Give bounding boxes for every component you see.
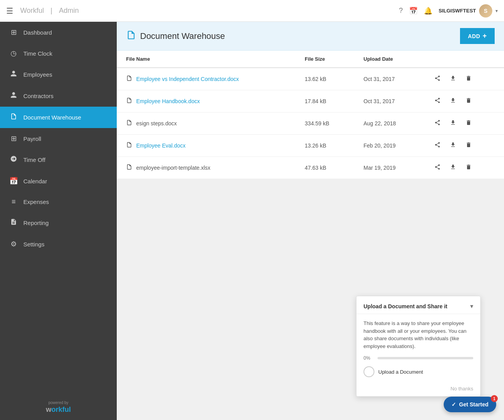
download-button[interactable]	[448, 96, 458, 107]
sidebar-item-document-warehouse[interactable]: Document Warehouse	[0, 107, 117, 128]
table-row: Employee Handbook.docx 17.84 kBOct 31, 2…	[117, 90, 504, 112]
file-size: 17.84 kB	[295, 90, 354, 112]
document-warehouse-icon	[9, 113, 18, 122]
share-button[interactable]	[433, 96, 442, 107]
tooltip-title: Upload a Document and Share it	[364, 303, 447, 309]
file-name-cell: esign steps.docx	[126, 119, 286, 127]
employees-icon	[9, 70, 18, 79]
delete-button[interactable]	[464, 118, 473, 129]
file-doc-icon	[126, 119, 132, 127]
tooltip-collapse-icon[interactable]: ▾	[470, 302, 473, 310]
delete-button[interactable]	[464, 74, 473, 84]
expenses-icon: ≡	[9, 198, 18, 206]
progress-row: 0%	[364, 355, 473, 361]
table-header-row: File Name File Size Upload Date	[117, 51, 504, 68]
help-icon[interactable]: ?	[399, 7, 403, 15]
notification-icon[interactable]: 🔔	[424, 7, 432, 15]
download-button[interactable]	[448, 118, 458, 129]
file-doc-icon	[126, 97, 132, 105]
file-name-cell: employee-import-template.xlsx	[126, 164, 286, 172]
download-button[interactable]	[448, 162, 458, 173]
clock-icon: ◷	[9, 49, 18, 58]
delete-button[interactable]	[464, 140, 473, 151]
upload-circle-icon	[364, 366, 374, 377]
file-doc-icon	[126, 75, 132, 83]
file-name-cell: Employee Eval.docx	[126, 142, 286, 149]
file-doc-icon	[126, 142, 132, 149]
progress-bar-track	[378, 357, 473, 359]
sidebar-item-label: Reporting	[23, 220, 49, 226]
sidebar-item-dashboard[interactable]: ⊞ Dashboard	[0, 22, 117, 43]
share-button[interactable]	[433, 118, 442, 129]
reporting-icon	[9, 218, 18, 227]
no-thanks-button[interactable]: No thanks	[356, 383, 480, 396]
get-started-button[interactable]: ✓ Get Started 1	[444, 397, 496, 412]
sidebar-item-calendar[interactable]: 📅 Calendar	[0, 170, 117, 192]
sidebar-item-payroll[interactable]: ⊞ Payroll	[0, 128, 117, 149]
file-name-text: employee-import-template.xlsx	[136, 165, 211, 171]
upload-tooltip-card: Upload a Document and Share it ▾ This fe…	[356, 296, 481, 397]
upload-date: Oct 31, 2017	[354, 68, 423, 90]
sidebar-item-time-clock[interactable]: ◷ Time Clock	[0, 43, 117, 64]
download-button[interactable]	[448, 140, 458, 151]
upload-date: Oct 31, 2017	[354, 90, 423, 112]
brand-name: Workful	[20, 7, 44, 14]
calendar-nav-icon: 📅	[9, 177, 18, 185]
row-actions	[433, 118, 495, 129]
plus-icon: +	[483, 32, 487, 40]
table-row: employee-import-template.xlsx 47.63 kBMa…	[117, 157, 504, 179]
file-size: 334.59 kB	[295, 112, 354, 135]
page-title: Document Warehouse	[140, 31, 225, 41]
dashboard-icon: ⊞	[9, 28, 18, 37]
sidebar-item-settings[interactable]: ⚙ Settings	[0, 234, 117, 255]
progress-label: 0%	[364, 355, 374, 361]
download-button[interactable]	[448, 74, 458, 84]
payroll-icon: ⊞	[9, 134, 18, 143]
sidebar-item-label: Contractors	[23, 93, 54, 99]
row-actions	[433, 162, 495, 173]
add-button[interactable]: ADD +	[460, 28, 495, 44]
sidebar-item-label: Employees	[23, 71, 52, 78]
notification-badge: 1	[491, 395, 498, 402]
calendar-icon[interactable]: 📅	[409, 7, 418, 15]
sidebar-item-expenses[interactable]: ≡ Expenses	[0, 192, 117, 212]
file-link[interactable]: Employee Eval.docx	[136, 142, 186, 149]
table-row: Employee vs Independent Contractor.docx …	[117, 68, 504, 90]
share-button[interactable]	[433, 162, 442, 173]
file-name-text: esign steps.docx	[136, 120, 177, 127]
delete-button[interactable]	[464, 162, 473, 173]
file-doc-icon	[126, 164, 132, 172]
upload-date: Mar 19, 2019	[354, 157, 423, 179]
document-table: File Name File Size Upload Date Employee…	[117, 51, 504, 179]
row-actions	[433, 74, 495, 84]
document-warehouse-header: Document Warehouse ADD +	[117, 22, 504, 51]
share-button[interactable]	[433, 74, 442, 84]
col-filesize: File Size	[295, 51, 354, 68]
user-menu[interactable]: SILGISWFTEST S ▾	[439, 4, 498, 18]
upload-doc-row[interactable]: Upload a Document	[364, 366, 473, 377]
col-actions	[423, 51, 504, 68]
tooltip-header: Upload a Document and Share it ▾	[356, 296, 480, 314]
brand-logo: Workful | Admin	[18, 7, 81, 15]
sidebar-item-contractors[interactable]: Contractors	[0, 85, 117, 107]
time-off-icon	[9, 155, 18, 164]
tooltip-body: This feature is a way to share your empl…	[356, 314, 480, 383]
file-link[interactable]: Employee Handbook.docx	[136, 98, 200, 104]
hamburger-icon[interactable]: ☰	[6, 6, 13, 16]
avatar: S	[479, 4, 492, 18]
upload-date: Aug 22, 2018	[354, 112, 423, 135]
user-name: SILGISWFTEST	[439, 8, 476, 14]
upload-label: Upload a Document	[378, 369, 423, 375]
sidebar-item-time-off[interactable]: Time Off	[0, 149, 117, 170]
delete-button[interactable]	[464, 96, 473, 107]
topbar-left: ☰ Workful | Admin	[6, 6, 81, 16]
file-name-cell: Employee vs Independent Contractor.docx	[126, 75, 286, 83]
document-table-container: File Name File Size Upload Date Employee…	[117, 51, 504, 179]
dw-title-row: Document Warehouse	[126, 30, 225, 42]
table-row: esign steps.docx 334.59 kBAug 22, 2018	[117, 112, 504, 135]
row-actions	[433, 96, 495, 107]
file-link[interactable]: Employee vs Independent Contractor.docx	[136, 76, 239, 82]
sidebar-item-employees[interactable]: Employees	[0, 64, 117, 85]
share-button[interactable]	[433, 140, 442, 151]
sidebar-item-reporting[interactable]: Reporting	[0, 212, 117, 234]
